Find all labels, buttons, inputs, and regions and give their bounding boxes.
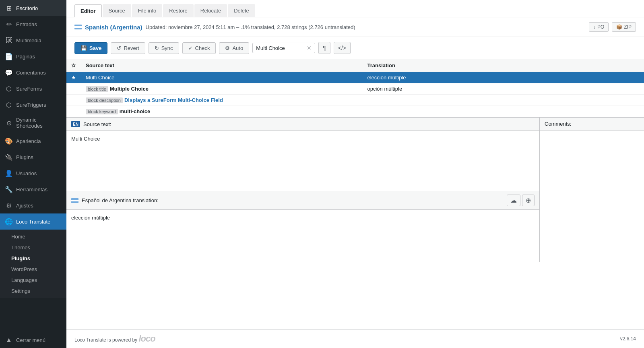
translation-cell: opción múltiple: [362, 83, 644, 95]
sidebar-item-comentarios[interactable]: 💬 Comentarios: [0, 64, 66, 81]
lang-info: Spanish (Argentina) Updated: noviembre 2…: [74, 24, 355, 31]
translation-textarea[interactable]: elección múltiple: [66, 210, 539, 262]
main-content: Editor Source File info Restore Relocate…: [66, 0, 644, 348]
sidebar-item-label: Páginas: [16, 54, 35, 60]
sidebar-item-escritorio[interactable]: ⊞ Escritorio: [0, 0, 66, 16]
comments-body: [540, 130, 644, 262]
revert-label: Revert: [124, 45, 139, 51]
source-text: multi-choice: [120, 108, 151, 114]
sidebar-item-label: Entradas: [16, 21, 37, 27]
editor-area: EN Source text: Multi Choice Español de: [66, 117, 644, 262]
sidebar-item-apariencia[interactable]: 🎨 Apariencia: [0, 133, 66, 149]
copy-source-button[interactable]: ☁: [507, 195, 520, 206]
source-lang-badge: EN: [71, 121, 80, 127]
save-button[interactable]: 💾 Save: [74, 42, 107, 54]
po-download-button[interactable]: ↓ PO: [589, 22, 609, 32]
sidebar-item-sureforms[interactable]: ⬡ SureForms: [0, 81, 66, 97]
loco-translate-icon: 🌐: [5, 218, 13, 226]
editor-left: EN Source text: Multi Choice Español de: [66, 118, 539, 262]
sidebar-item-multimedia[interactable]: 🖼 Multimedia: [0, 32, 66, 48]
loco-logo: loco: [138, 334, 155, 344]
sidebar-item-dynamic-shortcodes[interactable]: ⊙ Dynamic Shortcodes: [0, 113, 66, 133]
sidebar-item-label: Usuarios: [16, 170, 37, 176]
copy-machine-button[interactable]: ⊕: [522, 195, 535, 206]
po-label: PO: [597, 24, 604, 30]
sidebar-item-label: Loco Translate: [16, 219, 50, 225]
sidebar-item-loco-translate[interactable]: 🌐 Loco Translate: [0, 213, 66, 230]
translation-cell: [362, 95, 644, 106]
sidebar-item-plugins[interactable]: 🔌 Plugins: [0, 149, 66, 165]
check-label: Check: [195, 45, 210, 51]
tab-restore[interactable]: Restore: [163, 4, 194, 17]
star-cell[interactable]: [66, 83, 81, 95]
submenu-item-home[interactable]: Home: [0, 231, 66, 242]
sync-button[interactable]: ↻ Sync: [149, 42, 179, 54]
sidebar-item-label: Herramientas: [16, 186, 47, 193]
apariencia-icon: 🎨: [5, 137, 13, 145]
search-clear-button[interactable]: ✕: [307, 45, 312, 51]
escritorio-icon: ⊞: [5, 4, 13, 12]
revert-button[interactable]: ↺ Revert: [111, 42, 145, 54]
source-cell: Multi Choice: [81, 72, 362, 83]
tab-source[interactable]: Source: [103, 4, 131, 17]
close-menu-button[interactable]: ▲ Cerrar menú: [0, 332, 66, 348]
submenu-item-languages[interactable]: Languages: [0, 275, 66, 286]
loco-submenu: Home Themes Plugins WordPress Languages …: [0, 230, 66, 298]
sidebar-item-label: SureTriggers: [16, 102, 46, 108]
code-icon: </>: [338, 45, 346, 51]
tab-editor[interactable]: Editor: [74, 4, 102, 17]
star-cell[interactable]: ★: [66, 72, 81, 83]
code-button[interactable]: </>: [334, 42, 351, 54]
table-row[interactable]: block titleMultiple Choiceopción múltipl…: [66, 83, 644, 95]
tab-delete[interactable]: Delete: [228, 4, 255, 17]
star-cell[interactable]: [66, 95, 81, 106]
submenu-item-settings[interactable]: Settings: [0, 286, 66, 296]
sidebar-item-paginas[interactable]: 📄 Páginas: [0, 48, 66, 64]
tab-file-info[interactable]: File info: [132, 4, 163, 17]
zip-label: ZIP: [624, 24, 632, 30]
editor-right: Comments:: [539, 118, 644, 262]
sidebar-item-suretriggers[interactable]: ⬡ SureTriggers: [0, 97, 66, 113]
sidebar-item-label: Plugins: [16, 154, 33, 160]
sidebar-item-label: SureForms: [16, 86, 42, 92]
dynamic-shortcodes-icon: ⊙: [5, 119, 13, 127]
translation-cell: [362, 106, 644, 117]
language-meta: Updated: noviembre 27, 2024 5:11 am – .1…: [146, 24, 355, 30]
sidebar-item-label: Dynamic Shortcodes: [16, 117, 62, 129]
search-input[interactable]: [256, 45, 304, 51]
entradas-icon: ✏: [5, 20, 13, 28]
auto-button[interactable]: ⚙ Auto: [219, 42, 249, 54]
translation-header-left: Español de Argentina translation:: [71, 197, 159, 203]
source-cell: block titleMultiple Choice: [81, 83, 362, 95]
table-row[interactable]: block descriptionDisplays a SureForm Mul…: [66, 95, 644, 106]
sidebar-item-usuarios[interactable]: 👤 Usuarios: [0, 165, 66, 181]
submenu-item-wordpress[interactable]: WordPress: [0, 264, 66, 275]
sidebar-item-label: Multimedia: [16, 37, 41, 44]
save-label: Save: [89, 45, 101, 51]
pilcrow-button[interactable]: ¶: [318, 42, 330, 54]
comments-header: Comments:: [540, 118, 644, 130]
pilcrow-icon: ¶: [323, 45, 326, 51]
translation-text-header: Español de Argentina translation: ☁ ⊕: [66, 191, 539, 210]
tabs-bar: Editor Source File info Restore Relocate…: [66, 0, 644, 17]
tab-relocate[interactable]: Relocate: [194, 4, 227, 17]
sidebar-item-entradas[interactable]: ✏ Entradas: [0, 16, 66, 32]
sidebar-item-ajustes[interactable]: ⚙ Ajustes: [0, 197, 66, 213]
source-cell: block descriptionDisplays a SureForm Mul…: [81, 95, 362, 106]
footer-left: Loco Translate is powered by loco: [74, 334, 155, 344]
zip-download-button[interactable]: 📦 ZIP: [612, 22, 636, 32]
table-row[interactable]: block keywordmulti-choice: [66, 106, 644, 117]
star-cell[interactable]: [66, 106, 81, 117]
sidebar-item-herramientas[interactable]: 🔧 Herramientas: [0, 181, 66, 197]
submenu-item-plugins[interactable]: Plugins: [0, 253, 66, 264]
close-menu-icon: ▲: [5, 336, 13, 344]
copy-buttons: ☁ ⊕: [507, 195, 535, 206]
check-button[interactable]: ✓ Check: [182, 42, 216, 54]
search-box[interactable]: ✕: [252, 43, 315, 53]
source-text: Multiple Choice: [110, 86, 149, 92]
plugins-icon: 🔌: [5, 153, 13, 161]
submenu-item-themes[interactable]: Themes: [0, 242, 66, 253]
source-text-header: EN Source text:: [66, 118, 539, 131]
table-row[interactable]: ★Multi Choiceelección múltiple: [66, 72, 644, 83]
argentina-flag: [74, 25, 82, 29]
